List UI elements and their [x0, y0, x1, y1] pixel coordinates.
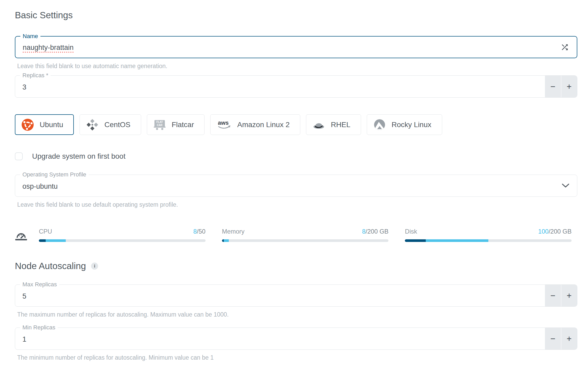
max-replicas-value[interactable]: 5 [22, 292, 26, 300]
quota-columns: CPU 8/50 Memory 8/200 GB [39, 228, 572, 242]
min-replicas-stepper: − + [545, 328, 577, 349]
gauge-icon [15, 230, 27, 242]
min-replicas-helper: The minimum number of replicas for autos… [17, 354, 577, 361]
os-button-centos[interactable]: CentOS [80, 114, 141, 135]
os-profile-select[interactable]: Operating System Profile osp-ubuntu [15, 175, 577, 197]
disk-quota-value: 100/200 GB [538, 228, 572, 235]
os-profile-helper: Leave this field blank to use default op… [17, 201, 577, 208]
os-button-label: Amazon Linux 2 [237, 121, 290, 129]
replicas-increment-button[interactable]: + [561, 76, 577, 97]
ubuntu-logo-icon [21, 118, 34, 131]
memory-quota: Memory 8/200 GB [222, 228, 389, 242]
max-replicas-label: Max Replicas [20, 281, 59, 288]
os-button-label: Ubuntu [40, 121, 63, 129]
name-field[interactable]: Name naughty-brattain [15, 36, 577, 58]
os-button-ubuntu[interactable]: Ubuntu [15, 114, 74, 135]
min-replicas-decrement-button[interactable]: − [545, 328, 561, 349]
disk-quota-label: Disk [405, 228, 417, 235]
cpu-quota-bar-added [46, 239, 66, 242]
cpu-quota-value: 8/50 [193, 228, 206, 235]
aws-logo-icon: aws [217, 118, 231, 131]
os-profile-value: osp-ubuntu [22, 182, 58, 191]
resource-quota-section: CPU 8/50 Memory 8/200 GB [15, 228, 572, 242]
max-replicas-field[interactable]: Max Replicas 5 − + [15, 284, 577, 307]
min-replicas-label: Min Replicas [20, 324, 58, 331]
os-selector: Ubuntu CentOS F [15, 114, 577, 135]
chevron-down-icon[interactable] [562, 183, 569, 188]
os-button-label: RHEL [331, 121, 350, 129]
replicas-field[interactable]: Replicas * 3 − + [15, 75, 577, 98]
max-replicas-helper: The maximum number of replicas for autos… [17, 311, 577, 318]
max-replicas-increment-button[interactable]: + [561, 285, 577, 306]
node-autoscaling-title-text: Node Autoscaling [15, 261, 86, 271]
upgrade-checkbox[interactable] [15, 152, 23, 160]
rocky-logo-icon [373, 118, 386, 131]
max-replicas-stepper: − + [545, 285, 577, 306]
min-replicas-value[interactable]: 1 [22, 335, 26, 343]
os-button-label: Flatcar [172, 121, 194, 129]
memory-quota-label: Memory [222, 228, 245, 235]
svg-text:FLAT: FLAT [157, 121, 163, 123]
os-button-rhel[interactable]: RHEL [306, 114, 361, 135]
svg-text:CAR: CAR [157, 124, 163, 127]
memory-quota-bar [222, 239, 389, 242]
os-button-rocky-linux[interactable]: Rocky Linux [367, 114, 442, 135]
cpu-quota-bar-used [39, 239, 46, 242]
upgrade-checkbox-label: Upgrade system on first boot [32, 152, 125, 161]
replicas-field-label: Replicas * [20, 72, 51, 79]
os-button-amazon-linux[interactable]: aws Amazon Linux 2 [210, 114, 300, 135]
os-profile-label: Operating System Profile [20, 171, 89, 178]
cpu-quota-bar [39, 239, 206, 242]
max-replicas-decrement-button[interactable]: − [545, 285, 561, 306]
svg-text:aws: aws [218, 120, 229, 126]
shuffle-icon[interactable] [560, 43, 569, 52]
memory-quota-bar-used [222, 239, 224, 242]
flatcar-logo-icon: FLAT CAR [153, 118, 166, 131]
node-autoscaling-title: Node Autoscaling i [15, 261, 577, 271]
disk-quota: Disk 100/200 GB [405, 228, 572, 242]
disk-quota-bar-used [405, 239, 426, 242]
redhat-logo-icon [313, 118, 325, 131]
upgrade-checkbox-row: Upgrade system on first boot [15, 152, 577, 161]
disk-quota-bar [405, 239, 572, 242]
replicas-field-value[interactable]: 3 [22, 83, 26, 91]
centos-logo-icon [86, 118, 99, 131]
name-field-value[interactable]: naughty-brattain [23, 44, 74, 52]
cpu-quota-label: CPU [39, 228, 52, 235]
cpu-quota: CPU 8/50 [39, 228, 206, 242]
replicas-decrement-button[interactable]: − [545, 76, 561, 97]
min-replicas-increment-button[interactable]: + [561, 328, 577, 349]
basic-settings-form: Basic Settings Name naughty-brattain Lea… [15, 10, 577, 361]
disk-quota-bar-added [426, 239, 488, 242]
page-title: Basic Settings [15, 10, 577, 20]
os-button-label: CentOS [104, 121, 130, 129]
memory-quota-bar-added [224, 239, 229, 242]
os-button-label: Rocky Linux [392, 121, 431, 129]
info-icon[interactable]: i [91, 263, 98, 270]
memory-quota-value: 8/200 GB [362, 228, 388, 235]
name-field-helper: Leave this field blank to use automatic … [17, 63, 577, 70]
min-replicas-field[interactable]: Min Replicas 1 − + [15, 328, 577, 350]
name-field-label: Name [20, 33, 40, 39]
os-button-flatcar[interactable]: FLAT CAR Flatcar [147, 114, 205, 135]
replicas-stepper: − + [545, 76, 577, 97]
